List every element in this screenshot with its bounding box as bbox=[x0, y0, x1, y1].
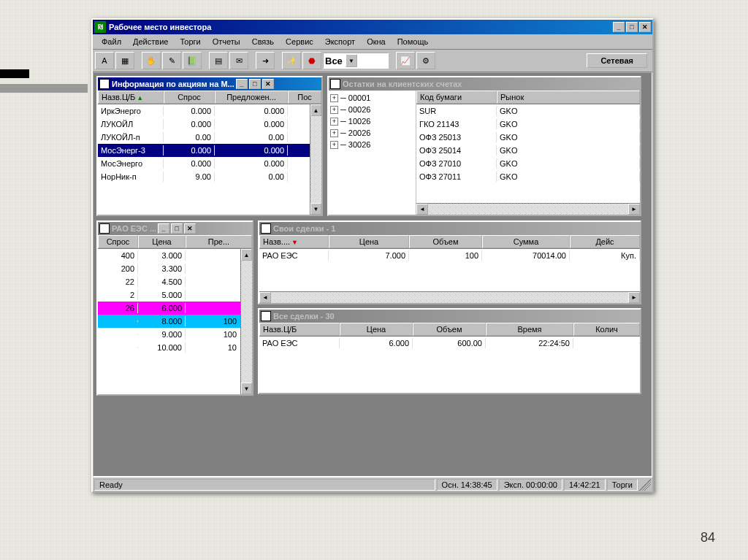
toolbar-btn-calc[interactable]: ▦ bbox=[115, 52, 134, 69]
table-row[interactable]: 8.000100 bbox=[98, 315, 252, 328]
table-row[interactable]: МосЭнерг-30.0000.000 bbox=[98, 144, 321, 157]
chevron-down-icon[interactable]: ▼ bbox=[346, 54, 357, 67]
table-row[interactable]: ОФЗ 25013GKO bbox=[416, 131, 640, 144]
maximize-button[interactable]: □ bbox=[249, 79, 261, 89]
toolbar-btn-send[interactable]: ➜ bbox=[256, 52, 275, 69]
table-row[interactable]: ГКО 21143GKO bbox=[416, 118, 640, 131]
filter-combo[interactable]: Все ▼ bbox=[323, 53, 389, 69]
menu-file[interactable]: Файл bbox=[96, 36, 127, 47]
toolbar-btn-mail[interactable]: ✉ bbox=[229, 52, 248, 69]
toolbar-btn-wand[interactable]: ✨ bbox=[282, 52, 301, 69]
vertical-scrollbar[interactable]: ▲▼ bbox=[240, 249, 252, 394]
minimize-button[interactable]: _ bbox=[158, 223, 169, 234]
table-row[interactable]: ОФЗ 27010GKO bbox=[416, 157, 640, 170]
maximize-button[interactable]: □ bbox=[171, 223, 183, 234]
tree-item[interactable]: +─20026 bbox=[330, 127, 414, 139]
table-row[interactable]: SURGKO bbox=[416, 104, 640, 118]
menu-connection[interactable]: Связь bbox=[246, 36, 280, 47]
table-row[interactable]: 9.000100 bbox=[98, 328, 252, 341]
toolbar-btn-list[interactable]: ▤ bbox=[209, 52, 228, 69]
col-market[interactable]: Рынок bbox=[497, 91, 640, 104]
toolbar-btn-edit[interactable]: ✎ bbox=[162, 52, 181, 69]
col-vol[interactable]: Объем bbox=[409, 235, 482, 248]
tree-item[interactable]: +─10026 bbox=[330, 115, 414, 127]
col-name[interactable]: Назв....▼ bbox=[259, 235, 329, 248]
close-button[interactable]: ✕ bbox=[262, 79, 274, 89]
col-ask[interactable]: Предложен... bbox=[215, 91, 288, 104]
table-row[interactable]: 4003.000 bbox=[98, 249, 252, 262]
menu-reports[interactable]: Отчеты bbox=[207, 36, 246, 47]
col-act[interactable]: Дейс bbox=[570, 235, 640, 248]
toolbar-btn-settings[interactable]: ⚙ bbox=[416, 52, 435, 69]
menu-windows[interactable]: Окна bbox=[361, 36, 392, 47]
table-row[interactable]: РАО ЕЭС6.000600.0022:24:50 bbox=[259, 337, 640, 350]
col-code[interactable]: Код бумаги bbox=[416, 91, 497, 104]
rao-titlebar[interactable]: РАО ЕЭС ... _ □ ✕ bbox=[98, 222, 252, 235]
table-row[interactable]: 224.500 bbox=[98, 275, 252, 288]
close-button[interactable]: ✕ bbox=[184, 223, 196, 234]
all-deals-body: РАО ЕЭС6.000600.0022:24:50 bbox=[259, 337, 640, 393]
col-sum[interactable]: Сумма bbox=[482, 235, 570, 248]
window-icon bbox=[261, 223, 271, 234]
tree-item[interactable]: +─30026 bbox=[330, 139, 414, 150]
menu-help[interactable]: Помощь bbox=[392, 36, 435, 47]
tree-item[interactable]: +─00001 bbox=[330, 92, 414, 104]
table-row[interactable]: НорНик-п9.000.00 bbox=[98, 170, 321, 183]
own-deals-header: Назв....▼ Цена Объем Сумма Дейс bbox=[259, 235, 640, 249]
status-osn: Осн. 14:38:45 bbox=[437, 479, 497, 491]
menu-action[interactable]: Действие bbox=[127, 36, 174, 47]
table-row[interactable]: ЛУКОЙЛ-п0.000.00 bbox=[98, 131, 321, 144]
table-row[interactable]: 10.00010 bbox=[98, 341, 252, 354]
maximize-button[interactable]: □ bbox=[626, 22, 638, 32]
vertical-scrollbar[interactable]: ▲▼ bbox=[310, 104, 321, 215]
status-mode: Торги bbox=[607, 479, 638, 491]
col-name[interactable]: Назв.Ц/Б bbox=[259, 323, 340, 336]
table-row[interactable]: ОФЗ 25014GKO bbox=[416, 144, 640, 157]
toolbar-btn-hand[interactable]: ✋ bbox=[142, 52, 161, 69]
app-titlebar[interactable]: ₪ Рабочее место инвестора _ □ ✕ bbox=[93, 20, 652, 34]
balances-titlebar[interactable]: Остатки на клиентских счетах bbox=[329, 77, 640, 91]
rao-grid-body: 4003.0002003.300224.50025.000266.0008.00… bbox=[98, 249, 252, 394]
resize-grip[interactable] bbox=[639, 479, 651, 491]
horizontal-scrollbar[interactable]: ◄► bbox=[416, 203, 640, 215]
col-last[interactable]: Пос bbox=[288, 91, 321, 104]
minimize-button[interactable]: _ bbox=[236, 79, 248, 89]
col-price[interactable]: Цена bbox=[329, 235, 409, 248]
info-titlebar[interactable]: Информация по акциям на М... _ □ ✕ bbox=[98, 77, 321, 91]
accounts-tree[interactable]: +─00001+─00026+─10026+─20026+─30026 bbox=[329, 91, 416, 215]
table-row[interactable]: МосЭнерго0.0000.000 bbox=[98, 157, 321, 170]
table-row[interactable]: ОФЗ 27011GKO bbox=[416, 170, 640, 183]
table-row[interactable]: 25.000 bbox=[98, 288, 252, 302]
toolbar-btn-book[interactable]: 📗 bbox=[183, 52, 202, 69]
own-deals-titlebar[interactable]: Свои сделки - 1 bbox=[259, 222, 640, 235]
tree-item[interactable]: +─00026 bbox=[330, 104, 414, 115]
col-price[interactable]: Цена bbox=[340, 323, 413, 336]
minimize-button[interactable]: _ bbox=[613, 22, 625, 32]
menu-trades[interactable]: Торги bbox=[174, 36, 206, 47]
close-button[interactable]: ✕ bbox=[639, 22, 651, 32]
col-time[interactable]: Время bbox=[486, 323, 573, 336]
table-row[interactable]: 266.000 bbox=[98, 302, 252, 315]
table-row[interactable]: ЛУКОЙЛ0.0000.000 bbox=[98, 118, 321, 131]
menu-service[interactable]: Сервис bbox=[280, 36, 319, 47]
col-bid[interactable]: Спрос bbox=[98, 235, 138, 248]
balances-window: Остатки на клиентских счетах +─00001+─00… bbox=[327, 76, 641, 216]
horizontal-scrollbar[interactable]: ◄► bbox=[259, 291, 640, 303]
col-name[interactable]: Назв.Ц/Б▲ bbox=[98, 91, 164, 104]
table-row[interactable]: РАО ЕЭС7.00010070014.00Куп. bbox=[259, 249, 640, 262]
toolbar-btn-stop[interactable]: ⬣ bbox=[302, 52, 321, 69]
col-qty[interactable]: Колич bbox=[573, 323, 640, 336]
col-bid[interactable]: Спрос bbox=[164, 91, 215, 104]
col-ask[interactable]: Пре... bbox=[186, 235, 252, 248]
table-row[interactable]: ИркЭнерго0.0000.000 bbox=[98, 104, 321, 118]
menu-export[interactable]: Экспорт bbox=[319, 36, 361, 47]
all-deals-titlebar[interactable]: Все сделки - 30 bbox=[259, 310, 640, 323]
toolbar-btn-chart[interactable]: 📈 bbox=[396, 52, 415, 69]
network-mode-label: Сетевая bbox=[587, 53, 647, 68]
toolbar-btn-font[interactable]: A bbox=[95, 52, 114, 69]
col-vol[interactable]: Объем bbox=[413, 323, 486, 336]
col-price[interactable]: Цена bbox=[138, 235, 186, 248]
table-row[interactable]: 2003.300 bbox=[98, 262, 252, 275]
slide-decoration bbox=[0, 69, 29, 78]
app-window: ₪ Рабочее место инвестора _ □ ✕ Файл Дей… bbox=[91, 18, 654, 493]
